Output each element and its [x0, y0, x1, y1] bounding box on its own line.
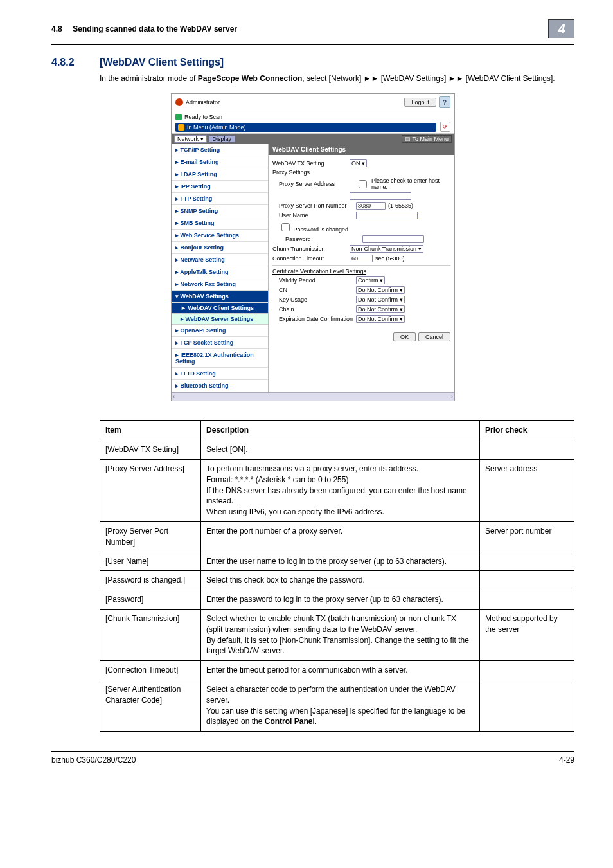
port-range: (1-65535) — [388, 203, 413, 209]
logout-button[interactable]: Logout — [404, 98, 436, 107]
scrollbar[interactable]: ‹› — [172, 392, 454, 401]
category-select[interactable]: Network ▾ — [174, 135, 207, 143]
nav-webdav-server[interactable]: ▸ WebDAV Server Settings — [172, 314, 268, 325]
section-intro: In the administrator mode of PageScope W… — [100, 73, 574, 84]
tx-label: WebDAV TX Setting — [272, 160, 350, 167]
th-prior: Prior check — [480, 421, 574, 440]
cell-prior — [480, 661, 574, 680]
nav-email[interactable]: ▸ E-mail Setting — [172, 156, 268, 168]
status-ready: Ready to Scan — [184, 114, 222, 120]
table-row: [User Name]Enter the user name to log in… — [100, 552, 574, 571]
nav-ftp[interactable]: ▸ FTP Setting — [172, 193, 268, 205]
help-button[interactable]: ? — [439, 96, 450, 108]
pw-input[interactable] — [362, 235, 424, 243]
user-input[interactable] — [356, 212, 418, 219]
cell-item: [Proxy Server Address] — [100, 459, 201, 521]
nav-smb[interactable]: ▸ SMB Setting — [172, 217, 268, 230]
pw-changed-checkbox[interactable] — [281, 223, 290, 231]
nav-ieee[interactable]: ▸ IEEE802.1X Authentication Setting — [172, 349, 268, 368]
table-row: [WebDAV TX Setting]Select [ON]. — [100, 440, 574, 460]
cell-prior — [480, 440, 574, 460]
refresh-button[interactable]: ⟳ — [440, 122, 450, 132]
display-button[interactable]: Display — [208, 135, 236, 143]
cell-desc: Enter the password to log in to the prox… — [201, 590, 480, 610]
cell-desc: Select [ON]. — [201, 440, 480, 460]
cert-title: Certificate Verification Level Settings — [272, 268, 450, 275]
cell-desc: Select this check box to change the pass… — [201, 571, 480, 590]
ku-select[interactable]: Do Not Confirm ▾ — [356, 296, 405, 303]
exp-label: Expiration Date Confirmation — [272, 316, 356, 322]
cell-item: [Chunk Transmission] — [100, 609, 201, 660]
cell-desc: To perform transmissions via a proxy ser… — [201, 459, 480, 521]
table-row: [Server Authentication Character Code]Se… — [100, 680, 574, 731]
nav-snmp[interactable]: ▸ SNMP Setting — [172, 205, 268, 217]
admin-label: Administrator — [175, 98, 220, 106]
nav-webdav-client[interactable]: ► WebDAV Client Settings — [172, 303, 268, 314]
cell-desc: Enter the timeout period for a communica… — [201, 661, 480, 680]
cell-prior — [480, 552, 574, 571]
validity-label: Validity Period — [272, 277, 356, 284]
chunk-select[interactable]: Non-Chunk Transmission ▾ — [350, 245, 423, 253]
ku-label: Key Usage — [272, 296, 356, 303]
nav-bonjour[interactable]: ▸ Bonjour Setting — [172, 242, 268, 254]
nav-lltd[interactable]: ▸ LLTD Setting — [172, 368, 268, 380]
nav-column: ▸ TCP/IP Setting ▸ E-mail Setting ▸ LDAP… — [172, 144, 269, 392]
cell-prior — [480, 590, 574, 610]
table-row: [Password]Enter the password to log in t… — [100, 590, 574, 610]
timeout-label: Connection Timeout — [272, 255, 350, 262]
table-row: [Password is changed.]Select this check … — [100, 571, 574, 590]
cell-prior: Method supported by the server — [480, 609, 574, 660]
status-mode: In Menu (Admin Mode) — [187, 124, 246, 131]
nav-ldap[interactable]: ▸ LDAP Setting — [172, 168, 268, 181]
cell-prior: Server port number — [480, 521, 574, 552]
settings-table: Item Description Prior check [WebDAV TX … — [100, 420, 574, 732]
chunk-label: Chunk Transmission — [272, 246, 350, 252]
th-item: Item — [100, 421, 201, 440]
timeout-input[interactable] — [350, 255, 373, 262]
proxy-settings-label: Proxy Settings — [272, 169, 350, 176]
cell-desc: Enter the user name to log in to the pro… — [201, 552, 480, 571]
cell-desc: Enter the port number of a proxy server. — [201, 521, 480, 552]
addr-input[interactable] — [350, 192, 411, 200]
port-input[interactable] — [356, 202, 386, 210]
nav-tcp-socket[interactable]: ▸ TCP Socket Setting — [172, 337, 268, 349]
divider — [51, 44, 574, 45]
ready-icon — [175, 114, 182, 120]
cell-prior — [480, 571, 574, 590]
cell-item: [WebDAV TX Setting] — [100, 440, 201, 460]
pw-changed-label: Password is changed. — [294, 226, 350, 233]
nav-netware[interactable]: ▸ NetWare Setting — [172, 254, 268, 266]
chain-select[interactable]: Do Not Confirm ▾ — [356, 305, 405, 313]
hostname-checkbox[interactable] — [359, 180, 367, 188]
nav-tcpip[interactable]: ▸ TCP/IP Setting — [172, 144, 268, 156]
port-label: Proxy Server Port Number — [272, 203, 356, 209]
user-label: User Name — [272, 212, 356, 219]
nav-openapi[interactable]: ▸ OpenAPI Setting — [172, 325, 268, 337]
timeout-unit: sec.(5-300) — [375, 255, 405, 262]
pw-label: Password — [272, 236, 362, 242]
ok-button[interactable]: OK — [393, 332, 416, 341]
admin-text: Administrator — [186, 99, 220, 105]
chain-label: Chain — [272, 306, 356, 312]
panel-title: WebDAV Client Settings — [269, 144, 454, 155]
to-main-menu-button[interactable]: ▤ To Main Menu — [402, 135, 452, 143]
cell-item: [Proxy Server Port Number] — [100, 521, 201, 552]
breadcrumb-text: Sending scanned data to the WebDAV serve… — [73, 24, 237, 33]
nav-appletalk[interactable]: ▸ AppleTalk Setting — [172, 266, 268, 278]
cell-prior: Server address — [480, 459, 574, 521]
nav-ws[interactable]: ▸ Web Service Settings — [172, 230, 268, 242]
exp-select[interactable]: Do Not Confirm ▾ — [356, 315, 405, 323]
tx-select[interactable]: ON ▾ — [350, 159, 367, 167]
validity-select[interactable]: Confirm ▾ — [356, 276, 385, 284]
cell-item: [User Name] — [100, 552, 201, 571]
nav-webdav[interactable]: ▾ WebDAV Settings — [172, 291, 268, 303]
cn-select[interactable]: Do Not Confirm ▾ — [356, 286, 405, 294]
table-row: [Proxy Server Port Number]Enter the port… — [100, 521, 574, 552]
breadcrumb: 4.8 Sending scanned data to the WebDAV s… — [51, 24, 237, 33]
footer-model: bizhub C360/C280/C220 — [51, 755, 136, 764]
screenshot: Administrator Logout ? Ready to Scan In … — [171, 93, 455, 401]
nav-netfax[interactable]: ▸ Network Fax Setting — [172, 278, 268, 291]
cancel-button[interactable]: Cancel — [418, 332, 450, 341]
nav-ipp[interactable]: ▸ IPP Setting — [172, 181, 268, 193]
nav-bluetooth[interactable]: ▸ Bluetooth Setting — [172, 380, 268, 392]
